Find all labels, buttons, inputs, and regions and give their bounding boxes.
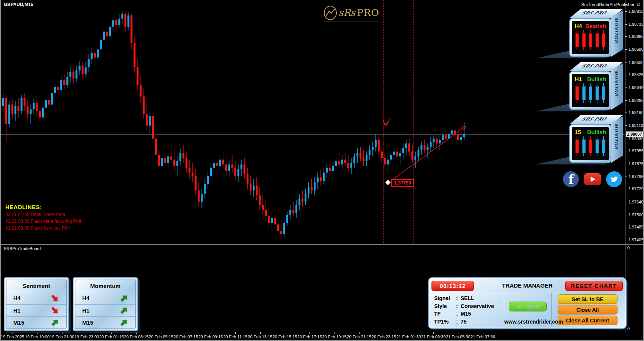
candle	[253, 186, 255, 191]
time-tick	[409, 332, 409, 334]
countdown-timer[interactable]: 00:13:12	[431, 281, 474, 291]
candle	[146, 114, 148, 126]
time-tick	[13, 332, 13, 334]
entry-price-tag: 1.97759	[391, 179, 414, 187]
candle	[338, 161, 340, 165]
subwindow-title: SRSProTradeBoard	[4, 246, 41, 251]
price-tick	[625, 215, 627, 215]
headline-item: 02.21 03:30:Flash Services PMI	[5, 225, 81, 231]
current-price-box: 1.98057	[626, 131, 644, 137]
reset-chart-button[interactable]: RESET CHART	[565, 281, 623, 291]
signal-field: Signal:SELL	[434, 295, 502, 301]
candle	[408, 144, 410, 152]
price-tick	[625, 151, 627, 151]
sentiment-row-m15: M15	[6, 316, 66, 328]
candle	[176, 161, 178, 166]
candle	[127, 16, 129, 27]
candle	[186, 158, 188, 168]
mini-candle	[596, 30, 599, 50]
candle	[204, 184, 206, 194]
candle	[332, 166, 334, 171]
logo-zigzag-icon	[324, 6, 337, 20]
candle	[91, 53, 93, 59]
momentum-row-h1: H1	[75, 304, 135, 316]
candle	[149, 116, 151, 126]
candle	[137, 67, 139, 85]
price-tick	[625, 100, 627, 101]
candle	[463, 134, 465, 137]
time-axis-label: 20 Feb 13:15	[248, 335, 272, 339]
candle	[433, 139, 435, 142]
trend-arrow-icon	[119, 294, 128, 303]
candle	[97, 49, 99, 57]
candle	[353, 156, 355, 163]
candle	[100, 40, 102, 50]
signal-info: Signal:SELL Style:Conservative TF:M15 TP…	[431, 293, 504, 326]
candle	[393, 152, 395, 155]
candle	[420, 145, 422, 150]
price-tick	[625, 189, 627, 189]
candle	[112, 20, 114, 27]
price-axis-label: 1.98425	[628, 72, 644, 77]
monitor-side-label: MONITOR	[614, 17, 619, 43]
candle	[51, 93, 53, 105]
candle	[231, 164, 233, 168]
candlestick-chart[interactable]	[1, 0, 625, 244]
headlines-list: 02.21 01:00:Retail Sales m/m02.21 03:30:…	[5, 212, 81, 231]
candle	[72, 72, 74, 78]
candle	[85, 67, 87, 74]
close-all-button[interactable]: Close All	[558, 305, 617, 314]
no-signal-button[interactable]: No Signal	[509, 302, 547, 311]
candle	[27, 106, 28, 114]
price-axis-label: 1.97955	[628, 149, 644, 153]
candle	[308, 187, 309, 194]
candle	[170, 156, 172, 160]
timeframe-label: H1	[13, 307, 20, 314]
candle	[314, 182, 316, 190]
mini-candle	[589, 30, 592, 50]
candle	[244, 164, 245, 174]
srs-pro-brand: SRS PRO	[580, 117, 608, 122]
candle	[158, 155, 160, 166]
candle	[118, 19, 120, 25]
close-all-current-button[interactable]: Close All Current	[558, 316, 617, 325]
candle	[384, 158, 386, 164]
candle	[225, 164, 227, 171]
time-tick	[335, 332, 335, 334]
candle	[54, 87, 56, 93]
candle	[198, 191, 200, 202]
youtube-icon[interactable]	[584, 173, 601, 185]
twitter-icon[interactable]	[606, 171, 622, 187]
timeframe-label: H4	[13, 295, 20, 301]
candle	[103, 31, 105, 39]
candle	[274, 218, 276, 224]
candle	[295, 205, 297, 213]
candle	[57, 87, 59, 90]
candle	[45, 100, 47, 108]
mini-candle	[575, 83, 579, 103]
candle	[192, 173, 194, 176]
price-axis-label: 1.98110	[628, 123, 643, 128]
subwindow-separator[interactable]	[1, 244, 644, 245]
facebook-icon[interactable]: f	[563, 171, 579, 187]
srs-pro-brand: SRS PRO	[580, 64, 608, 69]
candle	[417, 150, 419, 156]
set-sl-to-be-button[interactable]: Set SL to BE	[558, 294, 617, 304]
candle	[75, 70, 77, 78]
monitor-timeframe: H4	[575, 23, 582, 29]
time-axis-label: 20 Feb 09:15	[198, 335, 223, 339]
headlines-title: HEADLINES:	[5, 204, 81, 210]
candle	[292, 210, 294, 213]
candle	[69, 72, 71, 77]
candle	[210, 168, 212, 176]
candle	[48, 100, 50, 105]
time-axis-label: 20 Feb 05:15	[149, 335, 174, 339]
candle	[442, 135, 444, 140]
time-axis-label: 20 Feb 19:15	[322, 335, 347, 339]
candle	[268, 216, 270, 223]
price-tick	[625, 113, 627, 113]
candle	[106, 31, 108, 36]
style-field: Style:Conservative	[434, 303, 502, 309]
price-axis-label: 1.98660	[628, 34, 644, 39]
candle	[445, 135, 447, 139]
